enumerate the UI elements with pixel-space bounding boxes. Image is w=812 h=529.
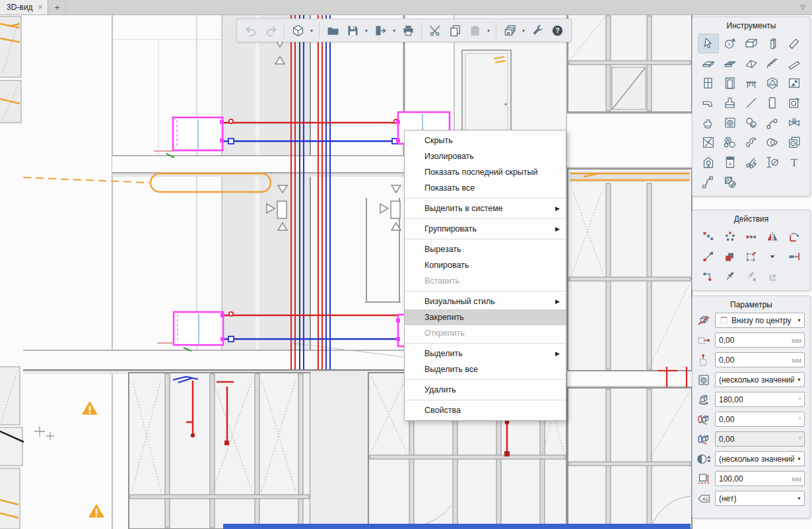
menu-item[interactable]: Изолировать — [405, 148, 566, 164]
windows-dropdown-caret-icon[interactable]: ▼ — [520, 28, 527, 33]
tool-solid[interactable] — [762, 73, 783, 93]
menu-item[interactable]: Визуальный стиль▶ — [405, 294, 566, 309]
menu-item[interactable]: Скрыть — [405, 133, 566, 148]
param-input-1[interactable]: 0,00мм — [715, 332, 805, 348]
new-tab-button[interactable]: + — [48, 0, 66, 15]
menu-item[interactable]: Свойства — [405, 402, 566, 418]
tool-pipe-elbow[interactable] — [762, 113, 783, 133]
tool-electric-panel[interactable]: A — [719, 152, 740, 172]
param-input-8[interactable]: 100,00мм — [715, 471, 805, 486]
action-stretch[interactable] — [784, 247, 805, 266]
param-select-3[interactable]: (несколько значений)▼ — [715, 372, 805, 387]
view-3d-dropdown-caret-icon[interactable]: ▼ — [308, 28, 315, 33]
menu-item[interactable]: Выделить▶ — [405, 346, 566, 361]
menu-item[interactable]: Удалить — [405, 382, 566, 398]
paste-button[interactable] — [465, 22, 484, 39]
tool-measure[interactable]: A — [719, 34, 740, 53]
tool-light[interactable] — [698, 152, 719, 172]
tool-spline[interactable] — [698, 172, 719, 192]
tool-pipe-route[interactable] — [698, 93, 719, 113]
print-button[interactable] — [399, 22, 417, 39]
action-array-path[interactable] — [698, 227, 719, 247]
export-dropdown-caret-icon[interactable]: ▼ — [391, 28, 397, 33]
tool-model-element[interactable] — [784, 73, 805, 93]
tool-pump[interactable] — [741, 113, 762, 133]
tab-overflow-icon[interactable]: ▽ — [801, 0, 805, 15]
param-input-2[interactable]: 0,00мм — [715, 352, 805, 367]
save-button[interactable] — [343, 22, 362, 39]
tool-duct[interactable] — [741, 133, 762, 152]
tool-door[interactable] — [719, 73, 740, 93]
tool-select[interactable] — [698, 34, 719, 53]
dropdown-caret-icon[interactable]: ▼ — [794, 496, 801, 501]
tool-equipment[interactable] — [784, 93, 805, 113]
tool-window[interactable] — [698, 73, 719, 93]
tool-wiring[interactable] — [741, 152, 762, 172]
open-button[interactable] — [323, 22, 342, 39]
menu-item[interactable]: Выделить все — [405, 361, 566, 377]
tool-opening[interactable] — [719, 53, 740, 73]
action-more[interactable] — [762, 247, 783, 266]
undo-button[interactable] — [242, 22, 260, 39]
action-array-linear[interactable] — [741, 227, 762, 247]
param-input-5[interactable]: 0,00° — [715, 412, 805, 427]
selected-radiator-1[interactable] — [173, 117, 224, 150]
param-select-7[interactable]: (несколько значений)▼ — [715, 451, 805, 466]
tool-fan-group[interactable] — [719, 133, 740, 152]
dropdown-caret-icon[interactable]: ▼ — [794, 318, 801, 323]
menu-item[interactable]: Показать последний скрытый — [405, 164, 566, 180]
copy-button[interactable] — [446, 22, 464, 39]
menu-item[interactable]: Копировать — [405, 257, 566, 273]
window-wall-left[interactable] — [129, 373, 310, 529]
tool-hatch[interactable] — [719, 172, 740, 192]
redo-button[interactable] — [261, 22, 280, 39]
tool-floor[interactable] — [698, 53, 719, 73]
tool-door-leaf[interactable] — [762, 93, 783, 113]
tab-close-icon[interactable]: × — [38, 3, 42, 11]
param-select-9[interactable]: (нет)▼ — [715, 491, 805, 506]
facade-windows-right[interactable] — [566, 15, 692, 529]
save-dropdown-caret-icon[interactable]: ▼ — [363, 28, 370, 33]
action-pin[interactable] — [719, 266, 740, 286]
tool-wall[interactable] — [741, 34, 762, 53]
tool-plumbing-fixture[interactable] — [719, 93, 740, 113]
action-transform[interactable] — [741, 247, 762, 266]
export-button[interactable] — [371, 22, 389, 39]
action-move[interactable] — [698, 247, 719, 266]
menu-item[interactable]: Вырезать — [405, 241, 566, 257]
param-input-6[interactable]: 0,00° — [715, 431, 805, 447]
param-input-4[interactable]: 180,00° — [715, 392, 805, 407]
tool-beam[interactable] — [784, 34, 805, 53]
action-move-vertical[interactable] — [698, 266, 719, 286]
menu-item[interactable]: Открепить — [405, 325, 566, 341]
tool-fan[interactable] — [698, 133, 719, 152]
tool-furniture[interactable] — [741, 73, 762, 93]
tool-ramp[interactable] — [784, 53, 805, 73]
menu-item[interactable]: Вставить — [405, 273, 566, 289]
menu-item[interactable]: Показать все — [405, 180, 566, 196]
tab-3d-view[interactable]: 3D-вид × — [0, 0, 48, 15]
action-unpin[interactable] — [741, 266, 762, 286]
param-select-0[interactable]: Внизу по центру▼ — [715, 313, 805, 328]
tool-valve[interactable] — [784, 113, 805, 133]
selected-radiator-3[interactable] — [174, 312, 224, 345]
tool-duct-fitting[interactable] — [762, 133, 783, 152]
settings-button[interactable] — [528, 22, 547, 39]
menu-item[interactable]: Группировать▶ — [405, 221, 566, 237]
tool-stair[interactable] — [762, 53, 783, 73]
action-rotate[interactable] — [784, 227, 805, 247]
action-mirror[interactable] — [762, 227, 783, 247]
tool-dimension[interactable] — [762, 152, 783, 172]
tool-roof[interactable] — [741, 53, 762, 73]
action-copy-object[interactable] — [719, 247, 740, 266]
tool-line[interactable] — [741, 93, 762, 113]
tool-sanitary[interactable] — [698, 113, 719, 133]
tool-socket[interactable] — [784, 133, 805, 152]
action-array-radial[interactable] — [719, 227, 740, 247]
help-button[interactable]: ? — [548, 22, 566, 39]
tool-washer[interactable] — [719, 113, 740, 133]
menu-item[interactable]: Выделить в системе▶ — [405, 201, 566, 216]
tool-text[interactable]: T — [784, 152, 805, 172]
view-3d-button[interactable] — [288, 22, 307, 39]
dropdown-caret-icon[interactable]: ▼ — [794, 456, 801, 461]
